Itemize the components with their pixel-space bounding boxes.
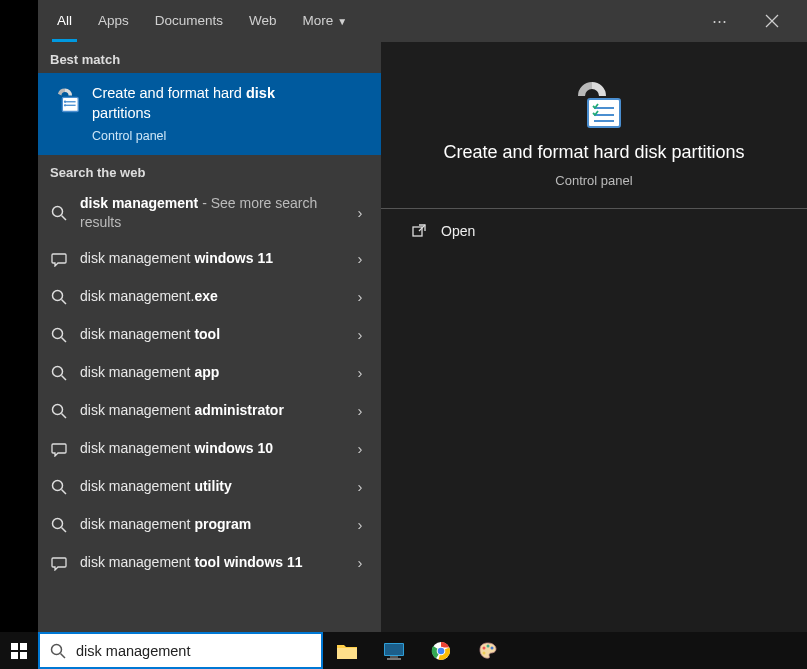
svg-point-19 xyxy=(53,518,63,528)
bm-title-pre: Create and format hard xyxy=(92,85,246,101)
web-result-row[interactable]: disk management tool windows 11› xyxy=(38,544,381,582)
chevron-right-icon: › xyxy=(351,250,369,267)
taskbar-chrome[interactable] xyxy=(417,632,464,669)
search-input[interactable] xyxy=(76,643,311,659)
taskbar xyxy=(0,632,807,669)
taskbar-search-box[interactable] xyxy=(38,632,323,669)
svg-point-11 xyxy=(53,328,63,338)
svg-rect-25 xyxy=(413,227,422,236)
svg-point-13 xyxy=(53,366,63,376)
tab-all[interactable]: All xyxy=(44,0,85,42)
svg-line-32 xyxy=(61,653,66,658)
svg-rect-27 xyxy=(11,643,18,650)
web-result-row[interactable]: disk management.exe› xyxy=(38,278,381,316)
results-column: Best match Create and format hard disk xyxy=(38,42,381,632)
web-result-row[interactable]: disk management administrator› xyxy=(38,392,381,430)
best-match-text: Create and format hard disk partitions C… xyxy=(92,83,275,145)
svg-rect-28 xyxy=(20,643,27,650)
tab-documents-label: Documents xyxy=(155,13,223,28)
control-panel-icon xyxy=(50,85,80,115)
tab-all-label: All xyxy=(57,13,72,28)
search-icon xyxy=(50,478,68,496)
chevron-right-icon: › xyxy=(351,288,369,305)
tab-more-label: More xyxy=(303,13,334,28)
tab-web-label: Web xyxy=(249,13,277,28)
svg-point-15 xyxy=(53,404,63,414)
search-icon xyxy=(50,516,68,534)
web-result-text: disk management administrator xyxy=(80,401,339,420)
chat-icon xyxy=(50,440,68,458)
web-result-text: disk management.exe xyxy=(80,287,339,306)
tab-more[interactable]: More▼ xyxy=(290,0,361,42)
web-result-row[interactable]: disk management - See more search result… xyxy=(38,186,381,240)
tab-web[interactable]: Web xyxy=(236,0,290,42)
search-icon xyxy=(50,288,68,306)
more-options-button[interactable]: ⋯ xyxy=(706,6,735,36)
svg-line-10 xyxy=(62,299,67,304)
svg-point-5 xyxy=(64,101,66,103)
open-action[interactable]: Open xyxy=(381,209,807,253)
svg-line-12 xyxy=(62,337,67,342)
control-panel-icon xyxy=(564,77,624,132)
bm-subtitle: Control panel xyxy=(92,128,275,146)
web-result-row[interactable]: disk management utility› xyxy=(38,468,381,506)
svg-point-42 xyxy=(486,644,489,647)
web-result-text: disk management windows 10 xyxy=(80,439,339,458)
chevron-right-icon: › xyxy=(351,326,369,343)
best-match-result[interactable]: Create and format hard disk partitions C… xyxy=(38,73,381,155)
svg-point-9 xyxy=(53,290,63,300)
chat-icon xyxy=(50,554,68,572)
web-result-row[interactable]: disk management windows 11› xyxy=(38,240,381,278)
svg-point-31 xyxy=(52,644,62,654)
close-button[interactable] xyxy=(755,8,789,34)
web-result-text: disk management windows 11 xyxy=(80,249,339,268)
chevron-down-icon: ▼ xyxy=(337,16,347,27)
svg-line-14 xyxy=(62,375,67,380)
chat-icon xyxy=(50,250,68,268)
taskbar-paint[interactable] xyxy=(464,632,511,669)
preview-title: Create and format hard disk partitions xyxy=(443,142,744,163)
web-result-row[interactable]: disk management app› xyxy=(38,354,381,392)
chevron-right-icon: › xyxy=(351,204,369,221)
search-icon xyxy=(50,204,68,222)
preview-column: Create and format hard disk partitions C… xyxy=(381,42,807,632)
search-icon xyxy=(50,326,68,344)
search-icon xyxy=(50,402,68,420)
svg-rect-21 xyxy=(588,99,620,127)
web-result-text: disk management tool xyxy=(80,325,339,344)
chevron-right-icon: › xyxy=(351,402,369,419)
taskbar-desktop-icon[interactable] xyxy=(370,632,417,669)
svg-rect-37 xyxy=(387,658,401,660)
chevron-right-icon: › xyxy=(351,554,369,571)
best-match-header: Best match xyxy=(38,42,381,73)
web-result-row[interactable]: disk management tool› xyxy=(38,316,381,354)
open-icon xyxy=(411,223,427,239)
web-result-text: disk management program xyxy=(80,515,339,534)
tab-apps[interactable]: Apps xyxy=(85,0,142,42)
tab-documents[interactable]: Documents xyxy=(142,0,236,42)
web-result-row[interactable]: disk management windows 10› xyxy=(38,430,381,468)
chevron-right-icon: › xyxy=(351,364,369,381)
preview-subtitle: Control panel xyxy=(555,173,632,188)
svg-point-40 xyxy=(437,647,444,654)
svg-point-6 xyxy=(64,104,66,106)
svg-rect-36 xyxy=(390,656,398,658)
svg-rect-29 xyxy=(11,652,18,659)
svg-point-17 xyxy=(53,480,63,490)
bm-title-bold: disk xyxy=(246,85,275,101)
search-panel: All Apps Documents Web More▼ ⋯ Best matc… xyxy=(38,0,807,632)
svg-point-43 xyxy=(490,646,493,649)
svg-rect-30 xyxy=(20,652,27,659)
web-result-text: disk management - See more search result… xyxy=(80,194,339,232)
svg-line-16 xyxy=(62,413,67,418)
web-result-text: disk management tool windows 11 xyxy=(80,553,339,572)
web-result-text: disk management app xyxy=(80,363,339,382)
web-result-row[interactable]: disk management program› xyxy=(38,506,381,544)
svg-point-7 xyxy=(53,206,63,216)
tab-apps-label: Apps xyxy=(98,13,129,28)
svg-line-8 xyxy=(62,215,67,220)
svg-point-41 xyxy=(482,646,485,649)
start-button[interactable] xyxy=(0,632,38,669)
search-icon xyxy=(50,643,66,659)
taskbar-file-explorer[interactable] xyxy=(323,632,370,669)
